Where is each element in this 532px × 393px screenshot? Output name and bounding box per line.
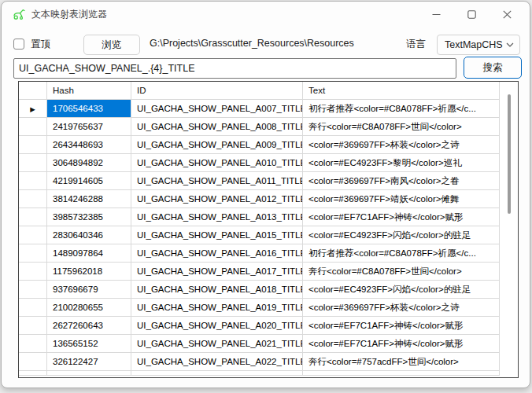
app-window: 文本映射表浏览器 置顶 浏览 G:\Projects\Grasscutter_R… [1,1,530,388]
column-header-hash[interactable]: Hash [47,82,131,100]
current-row-arrow-icon: ▶ [30,105,35,113]
cell-id[interactable]: UI_GACHA_SHOW_PANEL_A007_TITLE [131,100,303,118]
cell-id[interactable]: UI_GACHA_SHOW_PANEL_A008_TITLE [131,118,303,136]
cell-id[interactable]: UI_GACHA_SHOW_PANEL_A022_TITLE [131,353,303,371]
browse-button[interactable]: 浏览 [83,35,140,55]
column-header-text[interactable]: Text [303,82,500,100]
cell-text[interactable]: <color=#EF7C1AFF>神铸</color>赋形 [303,335,500,353]
table-row[interactable]: 4219914605UI_GACHA_SHOW_PANEL_A011_TITLE… [19,172,500,190]
cell-text[interactable]: 初行者推荐<color=#C8A078FF>祈愿</c... [303,371,500,376]
table-row[interactable]: 3814246288UI_GACHA_SHOW_PANEL_A012_TITLE… [19,190,500,208]
row-selector[interactable] [19,299,47,317]
cell-id[interactable]: UI_GACHA_SHOW_PANEL_A017_TITLE [131,263,303,281]
cell-text[interactable]: <color=#EC4923FF>黎明</color>巡礼 [303,154,500,172]
cell-hash[interactable]: 937696679 [47,281,131,299]
cell-id[interactable]: UI_GACHA_SHOW_PANEL_A012_TITLE [131,190,303,208]
row-selector[interactable] [19,190,47,208]
row-selector[interactable] [19,172,47,190]
row-selector[interactable] [19,335,47,353]
vertical-scrollbar[interactable] [500,82,518,377]
cell-text[interactable]: 初行者推荐<color=#C8A078FF>祈愿</c... [303,100,500,118]
row-selector[interactable]: ▶ [19,100,47,118]
cell-hash[interactable]: 2830640346 [47,226,131,244]
cell-id[interactable]: UI_GACHA_SHOW_PANEL_A016_TITLE [131,244,303,263]
window-title: 文本映射表浏览器 [31,2,107,27]
cell-id[interactable]: UI_GACHA_SHOW_PANEL_A019_TITLE [131,299,303,317]
row-selector[interactable] [19,226,47,244]
table-row[interactable]: 3985732385UI_GACHA_SHOW_PANEL_A013_TITLE… [19,208,500,226]
column-header-id[interactable]: ID [131,82,303,100]
cell-hash[interactable]: 326122427 [47,353,131,371]
cell-id[interactable]: UI_GACHA_SHOW_PANEL_A010_TITLE [131,154,303,172]
cell-hash[interactable]: 3064894892 [47,154,131,172]
cell-hash[interactable]: 1489097864 [47,244,131,263]
language-select[interactable]: TextMapCHS [437,35,520,55]
search-input[interactable] [13,58,456,79]
cell-id[interactable] [131,371,303,376]
cell-hash[interactable]: 1175962018 [47,263,131,281]
cell-text[interactable]: <color=#369697FF>靖妖</color>傩舞 [303,190,500,208]
row-selector[interactable] [19,263,47,281]
row-selector[interactable] [19,353,47,371]
row-selector[interactable] [19,281,47,299]
textmap-grid: Hash ID Text ▶1706546433UI_GACHA_SHOW_PA… [18,81,519,378]
cell-hash[interactable]: 2419765637 [47,118,131,136]
row-selector[interactable] [19,154,47,172]
close-button[interactable] [490,2,525,27]
scrollbar-thumb[interactable] [508,94,511,214]
table-row[interactable]: 2627260643UI_GACHA_SHOW_PANEL_A020_TITLE… [19,317,500,335]
row-selector[interactable] [19,118,47,136]
table-row[interactable]: ▶1706546433UI_GACHA_SHOW_PANEL_A007_TITL… [19,100,500,118]
close-icon [503,10,512,19]
cell-text[interactable]: <color=#369697FF>杯装</color>之诗 [303,299,500,317]
cell-id[interactable]: UI_GACHA_SHOW_PANEL_A015_TITLE [131,226,303,244]
cell-hash[interactable]: 2627260643 [47,317,131,335]
table-row[interactable]: 1489097864UI_GACHA_SHOW_PANEL_A016_TITLE… [19,244,500,263]
title-bar[interactable]: 文本映射表浏览器 [2,2,530,27]
table-row[interactable]: 326122427UI_GACHA_SHOW_PANEL_A022_TITLE奔… [19,353,500,371]
cell-text[interactable]: 奔行<color=#C8A078FF>世间</color> [303,118,500,136]
cell-text[interactable]: 奔行<color=#C8A078FF>世间</color> [303,263,500,281]
maximize-button[interactable] [454,2,490,27]
cell-hash[interactable]: 3985732385 [47,208,131,226]
row-selector[interactable] [19,208,47,226]
cell-hash[interactable]: 2643448693 [47,136,131,154]
row-selector[interactable] [19,371,47,376]
cell-hash[interactable]: 3814246288 [47,190,131,208]
table-row[interactable]: 2419765637UI_GACHA_SHOW_PANEL_A008_TITLE… [19,118,500,136]
table-row[interactable]: 2643448693UI_GACHA_SHOW_PANEL_A009_TITLE… [19,136,500,154]
table-row[interactable]: 1175962018UI_GACHA_SHOW_PANEL_A017_TITLE… [19,263,500,281]
row-selector[interactable] [19,136,47,154]
cell-text[interactable]: <color=#369697FF>杯装</color>之诗 [303,136,500,154]
table-row[interactable]: 2100280655UI_GACHA_SHOW_PANEL_A019_TITLE… [19,299,500,317]
cell-id[interactable]: UI_GACHA_SHOW_PANEL_A011_TITLE [131,172,303,190]
cell-hash[interactable]: 1706546433 [47,100,131,118]
cell-id[interactable]: UI_GACHA_SHOW_PANEL_A013_TITLE [131,208,303,226]
table-row[interactable]: 136565152UI_GACHA_SHOW_PANEL_A021_TITLE<… [19,335,500,353]
row-selector[interactable] [19,244,47,263]
pin-checkbox[interactable] [13,39,24,50]
table-row[interactable]: 3064894892UI_GACHA_SHOW_PANEL_A010_TITLE… [19,154,500,172]
cell-id[interactable]: UI_GACHA_SHOW_PANEL_A018_TITLE [131,281,303,299]
cell-hash[interactable]: 136565152 [47,335,131,353]
grid-body: ▶1706546433UI_GACHA_SHOW_PANEL_A007_TITL… [19,100,518,376]
cell-text[interactable]: 初行者推荐<color=#C8A078FF>祈愿</c... [303,244,500,263]
search-button[interactable]: 搜索 [464,57,522,79]
row-selector[interactable] [19,317,47,335]
cell-text[interactable]: 奔行<color=#757acdFF>世间</color> [303,353,500,371]
table-row[interactable]: 初行者推荐<color=#C8A078FF>祈愿</c... [19,371,500,376]
cell-hash[interactable] [47,371,131,376]
cell-text[interactable]: <color=#EF7C1AFF>神铸</color>赋形 [303,208,500,226]
table-row[interactable]: 937696679UI_GACHA_SHOW_PANEL_A018_TITLE<… [19,281,500,299]
cell-text[interactable]: <color=#369697FF>南风</color>之眷 [303,172,500,190]
cell-hash[interactable]: 2100280655 [47,299,131,317]
cell-text[interactable]: <color=#EC4923FF>闪焰</color>的驻足 [303,226,500,244]
table-row[interactable]: 2830640346UI_GACHA_SHOW_PANEL_A015_TITLE… [19,226,500,244]
cell-id[interactable]: UI_GACHA_SHOW_PANEL_A021_TITLE [131,335,303,353]
cell-text[interactable]: <color=#EF7C1AFF>神铸</color>赋形 [303,317,500,335]
cell-id[interactable]: UI_GACHA_SHOW_PANEL_A020_TITLE [131,317,303,335]
cell-id[interactable]: UI_GACHA_SHOW_PANEL_A009_TITLE [131,136,303,154]
cell-text[interactable]: <color=#EC4923FF>闪焰</color>的驻足 [303,281,500,299]
minimize-button[interactable] [419,2,454,27]
cell-hash[interactable]: 4219914605 [47,172,131,190]
